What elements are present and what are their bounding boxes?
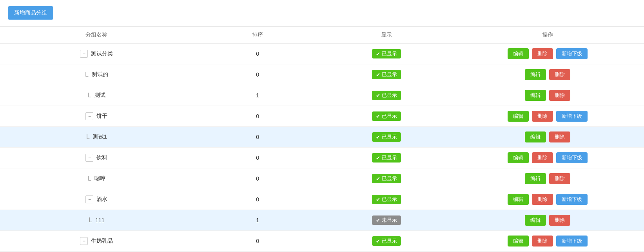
table-row: −酒水0✔已显示编辑删除新增下级 — [0, 189, 644, 210]
name-cell: −饼干 — [0, 106, 193, 127]
show-cell: ✔已显示 — [322, 106, 451, 127]
delete-button[interactable]: 删除 — [549, 131, 570, 142]
name-cell: L测试1 — [0, 127, 193, 148]
order-cell: 0 — [193, 127, 322, 148]
group-name: 饮料 — [96, 154, 107, 161]
delete-button[interactable]: 删除 — [532, 194, 553, 205]
indent-icon: L — [86, 134, 90, 140]
status-badge: ✔已显示 — [372, 49, 401, 58]
edit-button[interactable]: 编辑 — [508, 152, 529, 163]
status-badge: ✔已显示 — [372, 132, 401, 142]
status-badge: ✔已显示 — [372, 195, 401, 204]
name-cell: L测试的 — [0, 64, 193, 85]
actions-cell: 编辑删除 — [451, 64, 644, 85]
order-cell: 0 — [193, 106, 322, 127]
indent-icon: L — [85, 71, 89, 78]
add-sub-button[interactable]: 新增下级 — [556, 236, 588, 247]
delete-button[interactable]: 删除 — [532, 152, 553, 163]
table-row: −饮料0✔已显示编辑删除新增下级 — [0, 148, 644, 168]
actions-cell: 编辑删除新增下级 — [451, 106, 644, 127]
delete-button[interactable]: 删除 — [549, 90, 570, 101]
col-header-actions: 操作 — [451, 27, 644, 44]
status-badge: ✔已显示 — [372, 70, 401, 79]
toolbar: 新增商品分组 — [0, 0, 644, 26]
group-name: 牛奶乳品 — [91, 237, 113, 245]
expand-icon[interactable]: − — [85, 112, 93, 120]
expand-icon[interactable]: − — [85, 154, 93, 162]
add-sub-button[interactable]: 新增下级 — [556, 194, 588, 205]
delete-button[interactable]: 删除 — [532, 236, 553, 247]
edit-button[interactable]: 编辑 — [525, 215, 546, 226]
status-icon: ✔ — [376, 197, 380, 203]
edit-button[interactable]: 编辑 — [525, 173, 546, 184]
show-cell: ✔已显示 — [322, 127, 451, 148]
table-row: −饼干0✔已显示编辑删除新增下级 — [0, 106, 644, 127]
actions-cell: 编辑删除新增下级 — [451, 189, 644, 210]
edit-button[interactable]: 编辑 — [525, 90, 546, 101]
show-cell: ✔已显示 — [322, 189, 451, 210]
order-cell: 0 — [193, 189, 322, 210]
actions-cell: 编辑删除 — [451, 85, 644, 106]
actions-cell: 编辑删除 — [451, 168, 644, 189]
show-cell: ✔已显示 — [322, 148, 451, 168]
edit-button[interactable]: 编辑 — [508, 236, 529, 247]
status-icon: ✔ — [376, 134, 380, 140]
indent-icon: L — [88, 175, 91, 182]
col-header-name: 分组名称 — [0, 27, 193, 44]
actions-cell: 编辑删除新增下级 — [451, 148, 644, 168]
status-label: 已显示 — [382, 154, 397, 161]
add-sub-button[interactable]: 新增下级 — [556, 152, 588, 163]
group-name: 111 — [95, 217, 104, 223]
table-row: L测试的0✔已显示编辑删除 — [0, 64, 644, 85]
show-cell: ✔未显示 — [322, 210, 451, 231]
status-badge: ✔未显示 — [372, 215, 401, 225]
status-label: 已显示 — [382, 92, 397, 99]
status-icon: ✔ — [376, 217, 380, 223]
delete-button[interactable]: 删除 — [549, 69, 570, 80]
actions-cell: 编辑删除 — [451, 210, 644, 231]
delete-button[interactable]: 删除 — [532, 48, 553, 59]
status-icon: ✔ — [376, 176, 380, 182]
group-name: 酒水 — [96, 196, 107, 203]
status-icon: ✔ — [376, 72, 380, 78]
edit-button[interactable]: 编辑 — [525, 131, 546, 142]
table-row: L嗯哼0✔已显示编辑删除 — [0, 168, 644, 189]
status-icon: ✔ — [376, 238, 380, 244]
order-cell: 0 — [193, 231, 322, 252]
delete-button[interactable]: 删除 — [549, 215, 570, 226]
status-icon: ✔ — [376, 113, 380, 119]
show-cell: ✔已显示 — [322, 64, 451, 85]
add-sub-button[interactable]: 新增下级 — [556, 48, 588, 59]
status-label: 已显示 — [382, 50, 397, 57]
expand-icon[interactable]: − — [80, 237, 88, 245]
actions-cell: 编辑删除新增下级 — [451, 44, 644, 64]
order-cell: 1 — [193, 85, 322, 106]
status-label: 已显示 — [382, 71, 397, 78]
delete-button[interactable]: 删除 — [549, 173, 570, 184]
edit-button[interactable]: 编辑 — [508, 194, 529, 205]
add-group-button[interactable]: 新增商品分组 — [8, 6, 53, 20]
status-label: 未显示 — [382, 217, 397, 224]
name-cell: −饮料 — [0, 148, 193, 168]
status-badge: ✔已显示 — [372, 91, 401, 100]
edit-button[interactable]: 编辑 — [508, 111, 529, 122]
status-badge: ✔已显示 — [372, 236, 401, 246]
status-label: 已显示 — [382, 196, 397, 203]
status-icon: ✔ — [376, 51, 380, 57]
table-row: L1111✔未显示编辑删除 — [0, 210, 644, 231]
status-icon: ✔ — [376, 93, 380, 99]
add-sub-button[interactable]: 新增下级 — [556, 111, 588, 122]
order-cell: 0 — [193, 168, 322, 189]
expand-icon[interactable]: − — [85, 195, 93, 203]
delete-button[interactable]: 删除 — [532, 111, 553, 122]
order-cell: 0 — [193, 44, 322, 64]
indent-icon: L — [89, 217, 92, 223]
actions-cell: 编辑删除新增下级 — [451, 231, 644, 252]
expand-icon[interactable]: − — [80, 50, 88, 58]
edit-button[interactable]: 编辑 — [525, 69, 546, 80]
edit-button[interactable]: 编辑 — [508, 48, 529, 59]
status-badge: ✔已显示 — [372, 153, 401, 163]
order-cell: 0 — [193, 64, 322, 85]
name-cell: L测试 — [0, 85, 193, 106]
show-cell: ✔已显示 — [322, 85, 451, 106]
